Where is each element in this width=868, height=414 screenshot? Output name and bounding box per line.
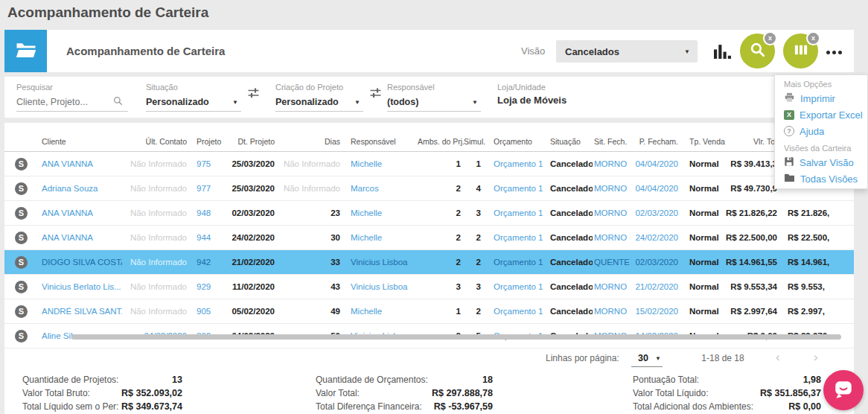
cell-responsavel[interactable]: Michelle xyxy=(351,208,382,217)
cell-cliente[interactable]: Vinicius Berlato Lis... xyxy=(42,282,121,291)
chart-button[interactable] xyxy=(714,43,733,60)
col-header-ambs[interactable]: Ambs. do Prj. xyxy=(417,132,463,152)
rows-per-page-select[interactable]: 30 ▼ xyxy=(631,350,663,367)
cell-orcamento[interactable]: Orçamento 1 xyxy=(494,258,543,267)
cell-cliente[interactable]: ANDRÉ SILVA SANT... xyxy=(42,307,122,316)
advanced-search-button[interactable]: x xyxy=(740,34,775,69)
cell-orcamento[interactable]: Orçamento 1 xyxy=(494,282,543,291)
table-row[interactable]: SDIOGO SILVA COSTANão Informado94221/02/… xyxy=(4,250,854,275)
situacao-adjust-icon[interactable] xyxy=(247,87,260,102)
table-row[interactable]: SANA VIANNANão Informado97525/03/2020Não… xyxy=(4,152,854,176)
menu-item-ajuda[interactable]: ? Ajuda xyxy=(775,123,867,139)
col-header-orcamento[interactable]: Orçamento xyxy=(482,132,545,152)
cell-p_fecham[interactable]: 04/04/2020 xyxy=(635,159,678,168)
loja-value: Loja de Móveis xyxy=(497,95,567,106)
cell-projeto[interactable]: 929 xyxy=(197,282,211,291)
criacao-adjust-icon[interactable] xyxy=(369,87,382,102)
cell-projeto[interactable]: 905 xyxy=(197,307,211,316)
cell-cliente[interactable]: ANA VIANNA xyxy=(42,208,93,217)
chat-button[interactable] xyxy=(823,370,864,410)
menu-item-salvar-visao[interactable]: Salvar Visão xyxy=(775,154,867,171)
table-row[interactable]: SAdriana SouzaNão Informado97725/03/2020… xyxy=(4,176,854,201)
col-header-sit_fech[interactable]: Sit. Fech. xyxy=(593,132,634,152)
folder-button[interactable] xyxy=(4,30,47,72)
next-page-button[interactable]: › xyxy=(814,348,818,366)
cell-p_fecham[interactable]: 04/04/2020 xyxy=(635,184,678,193)
table-row[interactable]: SANDRÉ SILVA SANT...Não Informado90505/0… xyxy=(4,299,854,324)
stat-value: R$ 352.093,02 xyxy=(121,388,182,398)
menu-item-imprimir[interactable]: Imprimir xyxy=(775,90,867,106)
previous-page-button[interactable]: ‹ xyxy=(776,348,780,366)
cell-p_fecham[interactable]: 24/02/2020 xyxy=(635,233,678,242)
cell-responsavel[interactable]: Vinicius Lisboa xyxy=(351,282,408,291)
table-row[interactable]: SANA VIANNANão Informado94424/02/202030M… xyxy=(4,226,854,250)
cell-projeto[interactable]: 977 xyxy=(197,184,211,193)
menu-item-exportar-excel[interactable]: X Exportar Excel xyxy=(775,106,867,123)
cell-tp_venda: Normal xyxy=(689,233,719,242)
cell-projeto[interactable]: 975 xyxy=(197,159,211,168)
col-header-simul[interactable]: Simul. xyxy=(463,132,482,152)
menu-item-todas-visoes[interactable]: Todas Visões xyxy=(775,171,867,187)
footer-stats-col1: Quantidade de Projetos:13 Valor Total Br… xyxy=(22,373,182,413)
col-header-p_fecham[interactable]: P. Fecham. xyxy=(634,132,682,152)
cell-p_fecham[interactable]: 15/02/2020 xyxy=(635,307,678,316)
cell-orcamento[interactable]: Orçamento 1 xyxy=(494,208,543,217)
menu-section-header: Mais Opções xyxy=(775,75,867,90)
cell-responsavel[interactable]: Marcos xyxy=(351,184,379,193)
cell-sit_fech[interactable]: MORNO xyxy=(594,159,627,168)
visao-select[interactable]: Cancelados ▼ xyxy=(556,40,698,63)
cell-orcamento[interactable]: Orçamento 1 xyxy=(494,307,543,316)
cell-sit_fech[interactable]: MORNO xyxy=(594,282,627,291)
cell-sit_fech[interactable]: MORNO xyxy=(594,208,627,217)
situacao-select[interactable]: Personalizado ▼ xyxy=(146,93,241,112)
cell-p_fecham[interactable]: 02/03/2020 xyxy=(635,258,678,267)
cell-cliente[interactable]: Adriana Souza xyxy=(42,184,98,193)
folder-icon xyxy=(784,173,795,185)
col-header-ult_contato[interactable]: Últ. Contato xyxy=(122,132,189,152)
cell-projeto[interactable]: 944 xyxy=(197,233,211,242)
search-input[interactable] xyxy=(16,97,113,107)
col-header-vlr_tot[interactable]: Vlr. Tot xyxy=(721,132,779,152)
col-header-responsavel[interactable]: Responsável xyxy=(342,132,417,152)
clear-columns-badge[interactable]: x xyxy=(806,31,820,45)
chevron-down-icon: ▼ xyxy=(684,48,690,55)
cell-vlr_tot: R$ 39.413,3 xyxy=(730,159,777,168)
cell-cliente[interactable]: ANA VIANNA xyxy=(42,159,93,168)
cell-responsavel[interactable]: Michelle xyxy=(351,307,382,316)
cell-projeto[interactable]: 948 xyxy=(197,208,211,217)
col-header-dt_projeto[interactable]: Dt. Projeto xyxy=(228,132,277,152)
cell-orcamento[interactable]: Orçamento 1 xyxy=(494,233,543,242)
cell-sit_fech[interactable]: MORNO xyxy=(594,307,627,316)
criacao-select[interactable]: Personalizado ▼ xyxy=(275,93,363,112)
cell-sit_fech[interactable]: MORNO xyxy=(594,233,627,242)
visao-selected-value: Cancelados xyxy=(565,46,684,57)
col-header-situacao[interactable]: Situação xyxy=(545,132,593,152)
horizontal-scrollbar[interactable] xyxy=(71,334,841,340)
col-header-cliente[interactable]: Cliente xyxy=(39,132,122,152)
columns-button[interactable]: x xyxy=(783,34,818,69)
table-row[interactable]: SANA VIANNANão Informado94802/03/202023M… xyxy=(4,201,854,226)
col-header-projeto[interactable]: Projeto xyxy=(189,132,228,152)
cell-ambs: 1 xyxy=(456,159,461,168)
cell-cliente[interactable]: ANA VIANNA xyxy=(42,233,93,242)
cell-dt_projeto: 24/02/2020 xyxy=(232,233,275,242)
magnifier-icon xyxy=(750,42,766,61)
cell-orcamento[interactable]: Orçamento 1 xyxy=(494,184,543,193)
more-options-button[interactable] xyxy=(826,48,849,57)
cell-p_fecham[interactable]: 02/03/2020 xyxy=(635,208,678,217)
responsavel-select[interactable]: (todos) ▼ xyxy=(387,93,481,112)
col-header-tp_venda[interactable]: Tp. Venda xyxy=(682,132,721,152)
cell-sit_fech[interactable]: QUENTE xyxy=(594,258,630,267)
cell-sit_fech[interactable]: MORNO xyxy=(594,184,627,193)
table-row[interactable]: SVinicius Berlato Lis...Não Informado929… xyxy=(4,275,854,299)
cell-cliente[interactable]: DIOGO SILVA COSTA xyxy=(42,258,122,267)
cell-responsavel[interactable]: Michelle xyxy=(351,159,382,168)
clear-search-badge[interactable]: x xyxy=(763,31,777,45)
col-header-dias[interactable]: Dias xyxy=(277,132,342,152)
cell-p_fecham[interactable]: 21/02/2020 xyxy=(635,282,678,291)
cell-ult_contato: Não Informado xyxy=(130,208,187,217)
cell-responsavel[interactable]: Michelle xyxy=(351,233,382,242)
cell-responsavel[interactable]: Vinicius Lisboa xyxy=(351,258,408,267)
cell-projeto[interactable]: 942 xyxy=(197,258,211,267)
cell-orcamento[interactable]: Orçamento 1 xyxy=(494,159,543,168)
